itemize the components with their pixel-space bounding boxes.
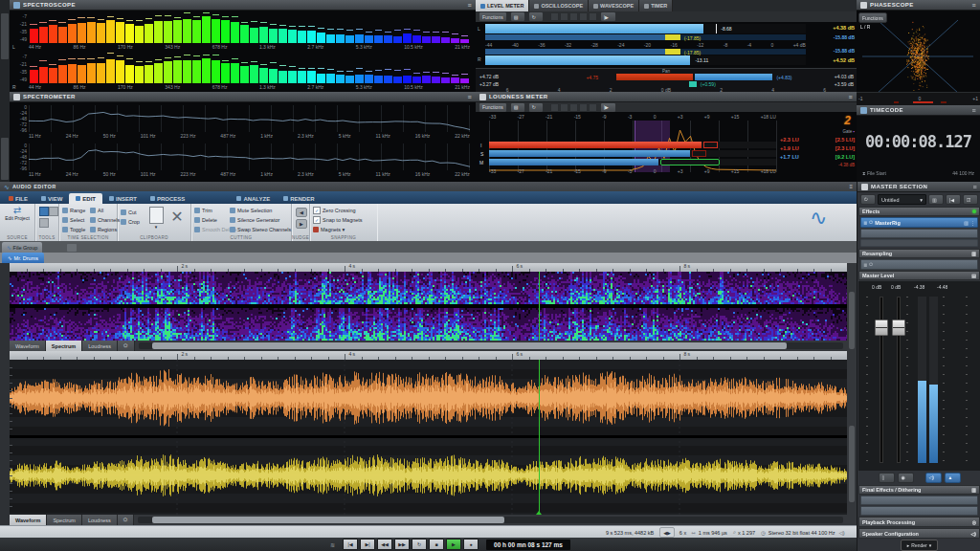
zoom-x-value[interactable]: 6 x	[679, 530, 686, 536]
select-button[interactable]: Select	[62, 215, 85, 225]
playback-processing-header[interactable]: Playback Processing◎	[858, 517, 980, 527]
mute-selection-button[interactable]: Mute Selection	[230, 206, 291, 215]
file-group-add-tab[interactable]	[67, 244, 77, 252]
delete-button[interactable]: ✕	[167, 207, 187, 230]
reset-icon[interactable]: ↻	[528, 11, 544, 22]
view-tab-waveform[interactable]: Waveform	[10, 515, 47, 525]
dock-tab-top[interactable]	[1, 13, 9, 59]
ribbon-tab-process[interactable]: PROCESS	[144, 193, 191, 204]
meter-tab-level-meter[interactable]: LEVEL METER	[476, 0, 529, 11]
toggle-button[interactable]: Toggle	[62, 225, 85, 234]
fader-handle-right[interactable]	[892, 320, 905, 336]
master-level-header[interactable]: Master Level▤	[858, 271, 980, 280]
view-tab-spectrum[interactable]: Spectrum	[47, 515, 82, 525]
nudge-right-button[interactable]: ▶	[296, 219, 307, 229]
all-button[interactable]: All	[90, 206, 120, 215]
loudness-arrow-button[interactable]: |▶	[600, 102, 616, 113]
master-power-button[interactable]: ⏻	[860, 194, 876, 205]
meter-tab-wavescope[interactable]: WAVESCOPE	[589, 0, 639, 11]
scroll-sync-button[interactable]: ◀▶	[659, 527, 675, 538]
range-button[interactable]: Range	[62, 206, 85, 215]
loudness-edit-icon[interactable]: ▧	[510, 102, 525, 113]
preset-4[interactable]	[579, 12, 588, 21]
arrow-button[interactable]: |▶	[600, 11, 616, 22]
go-to-end-button[interactable]: ▶|	[360, 539, 375, 550]
dim-button[interactable]: ◉	[898, 473, 914, 483]
file-tab[interactable]: ∿ Mr. Drums	[2, 253, 44, 263]
final-effects-slot-2[interactable]	[860, 506, 978, 516]
file-group-tab[interactable]: ∿ File Group	[2, 242, 42, 253]
spectroscope-menu-icon[interactable]: ≡	[468, 2, 473, 9]
audio-properties[interactable]: Stereo 32 bit float 44 100 Hz	[768, 530, 835, 536]
forward-button[interactable]: ▶▶	[394, 539, 410, 550]
regions-button[interactable]: Regions	[90, 225, 120, 234]
effect-slot-2[interactable]	[860, 229, 978, 238]
speaker-a-button[interactable]: ◁)	[925, 473, 942, 483]
editor-menu-icon[interactable]: ≡	[849, 184, 853, 189]
play-scrub-tool[interactable]	[39, 218, 49, 228]
crop-button[interactable]: Crop	[121, 217, 140, 227]
timecode-ref[interactable]: ⧗ File Start	[862, 170, 886, 177]
channels-button[interactable]: Channels	[90, 215, 120, 225]
view-tab-loudness[interactable]: Loudness	[82, 341, 118, 351]
mono-button[interactable]: ▯	[879, 473, 895, 483]
master-check-icon[interactable]: ☑	[963, 194, 978, 205]
meter-tab-timer[interactable]: TIMER	[639, 0, 673, 11]
pencil-tool[interactable]	[49, 207, 58, 216]
functions-button[interactable]: Functions	[479, 11, 507, 22]
dock-tab-bottom[interactable]	[1, 138, 9, 180]
master-preset-combo[interactable]: Untitled▾	[878, 194, 926, 205]
horizontal-scrollbar[interactable]	[138, 517, 843, 523]
resampling-section-header[interactable]: Resampling▥	[858, 249, 980, 258]
view-tab-loudness[interactable]: Loudness	[82, 515, 118, 525]
speaker-lock-button[interactable]: ▲	[945, 473, 961, 483]
lpreset-2[interactable]	[560, 103, 568, 112]
stop-button[interactable]: ■	[429, 539, 444, 550]
final-effects-header[interactable]: Final Effects / Dithering▥	[858, 485, 980, 495]
spectrometer-menu-icon[interactable]: ≡	[468, 94, 473, 100]
silence-generator-button[interactable]: Silence Generator	[230, 215, 291, 225]
time-selection-tool[interactable]	[39, 207, 49, 216]
record-button[interactable]: ●	[463, 539, 479, 550]
paste-button[interactable]: ▾	[148, 207, 164, 228]
view-settings-icon[interactable]: ⛭	[118, 515, 134, 525]
effect-slot-3[interactable]	[860, 239, 978, 247]
view-tab-spectrum[interactable]: Spectrum	[46, 341, 82, 351]
meter-tab-oscilloscope[interactable]: OSCILLOSCOPE	[529, 0, 589, 11]
zoom-ratio-value[interactable]: x 1 297	[738, 530, 755, 536]
loudness-reset-icon[interactable]: ↻	[528, 102, 544, 113]
master-save-icon[interactable]: ▥	[928, 194, 944, 205]
master-section-menu-icon[interactable]: ≡	[973, 184, 978, 190]
loudness-functions-button[interactable]: Functions	[479, 102, 507, 113]
go-to-start-button[interactable]: |◀	[343, 539, 358, 550]
lpreset-3[interactable]	[569, 103, 578, 112]
render-button[interactable]: ▸ Render ▾	[901, 540, 938, 551]
swap-stereo-channels-button[interactable]: Swap Stereo Channels	[230, 225, 291, 234]
snapping-magnets[interactable]: Magnets ▾	[313, 225, 363, 234]
preset-3[interactable]	[569, 12, 578, 21]
ribbon-tab-file[interactable]: FILE	[2, 193, 34, 204]
rewind-button[interactable]: ◀◀	[377, 539, 392, 550]
overview-spectrogram[interactable]	[10, 272, 847, 341]
play-button[interactable]: ▶	[446, 539, 461, 550]
ribbon-tab-analyze[interactable]: ANALYZE	[230, 193, 277, 204]
ribbon-tab-view[interactable]: VIEW	[34, 193, 69, 204]
loop-button[interactable]: ↻	[412, 539, 427, 550]
final-effects-slot-1[interactable]	[860, 496, 978, 505]
transport-menu-icon[interactable]: ≋	[330, 541, 335, 548]
zoom-time-value[interactable]: 1 ms 946 µs	[699, 530, 727, 536]
nudge-left-button[interactable]: ◀	[296, 208, 307, 217]
effect-slot-1[interactable]: ≣⏻ MasterRig ▥⋮	[860, 217, 978, 228]
speaker-icon[interactable]: ◁)	[839, 530, 845, 536]
view-settings-icon[interactable]: ⛭	[118, 341, 134, 351]
edit-project-button[interactable]: ⇄ Edit Project	[4, 206, 31, 221]
preset-2[interactable]	[560, 12, 568, 21]
lpreset-4[interactable]	[579, 103, 588, 112]
lpreset-5[interactable]	[589, 103, 597, 112]
snapping-zero-crossing[interactable]: ✓Zero Crossing	[313, 206, 363, 215]
horizontal-scrollbar[interactable]	[139, 342, 844, 349]
main-wave-view[interactable]	[10, 360, 847, 515]
preset-1[interactable]	[550, 12, 559, 21]
resampling-slot[interactable]: ≣⏻	[860, 259, 978, 270]
view-tab-waveform[interactable]: Waveform	[10, 341, 46, 351]
